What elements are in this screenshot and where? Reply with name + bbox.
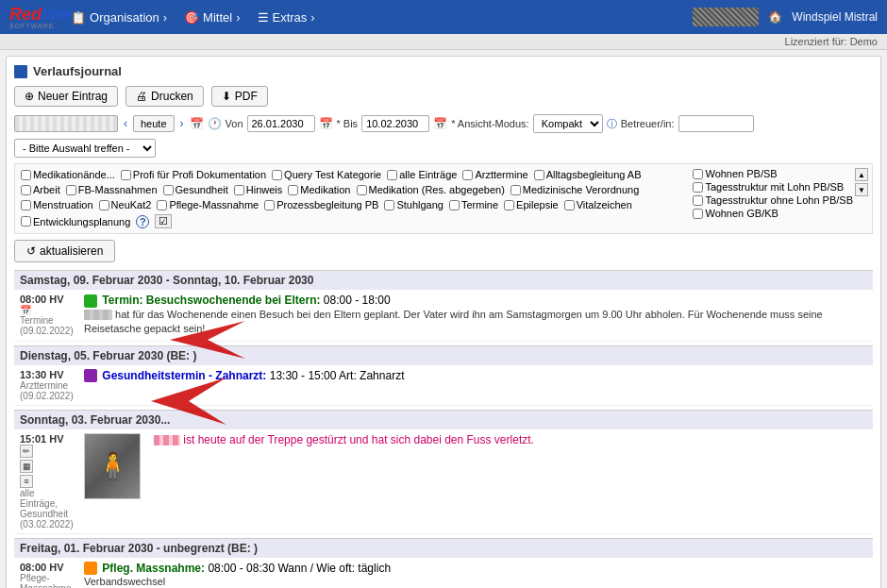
checkbox-all-toggle[interactable]: ☑ [155, 214, 172, 228]
to-date-input[interactable] [361, 115, 429, 132]
cb-epilepsie[interactable]: Epilepsie [504, 199, 559, 210]
day-header-4: Freitag, 01. Februar 2030 - unbegrenzt (… [14, 538, 873, 558]
cb-tages-ohne-lohn[interactable]: Tagesstruktur ohne Lohn PB/SB [693, 194, 853, 206]
entry-1-time: 08:00 HV [20, 294, 76, 305]
today-button[interactable]: heute [133, 115, 175, 132]
mittel-icon: 🎯 [184, 10, 199, 25]
user-avatar [693, 8, 759, 26]
cb-arzt[interactable]: Arzttermine [462, 169, 527, 180]
cb-medikation-input[interactable] [21, 170, 31, 180]
from-date-input[interactable] [247, 115, 315, 132]
cb-tages-mit-lohn-input[interactable] [693, 182, 703, 193]
right-checkboxes: Wohnen PB/SB Tagesstruktur mit Lohn PB/S… [693, 168, 853, 219]
table-icon[interactable]: ▦ [20, 460, 33, 473]
category-dropdown[interactable]: - Bitte Auswahl treffen - [14, 139, 156, 158]
cb-arbeit-input[interactable] [21, 185, 31, 195]
cb-query[interactable]: Query Test Kategorie [272, 169, 381, 180]
cb-medikation2-input[interactable] [288, 185, 298, 195]
from-cal-icon[interactable]: 📅 [319, 117, 333, 130]
help-icon[interactable]: ? [136, 215, 149, 228]
entry-4-cat-icon [84, 562, 97, 575]
cb-alle-input[interactable] [387, 170, 397, 180]
user-label: Windspiel Mistral [792, 10, 878, 24]
cb-entwicklung-input[interactable] [21, 216, 31, 227]
entry-2-time-col: 13:30 HV Arzttermine(09.02.2022) [20, 369, 76, 401]
calendar-icon[interactable]: 📅 [190, 117, 204, 130]
scroll-up-button[interactable]: ▲ [855, 168, 868, 181]
cb-medikation-res[interactable]: Medikation (Res. abgegeben) [357, 184, 505, 195]
cb-profi-input[interactable] [121, 170, 131, 180]
nav-extras-label: Extras [273, 10, 308, 25]
print-button[interactable]: 🖨 Drucken [126, 86, 204, 107]
cb-menstruation[interactable]: Menstruation [21, 199, 93, 210]
entry-4-title: Pfleg. Massnahme: 08:00 - 08:30 Wann / W… [84, 562, 867, 576]
cb-tages-ohne-lohn-input[interactable] [693, 195, 703, 206]
cb-hinweis-input[interactable] [234, 185, 244, 195]
cb-profi[interactable]: Profi für Profi Dokumentation [121, 169, 266, 180]
date-next-arrow[interactable]: › [178, 117, 186, 130]
cb-neukat[interactable]: NeuKat2 [99, 199, 152, 210]
to-cal-icon[interactable]: 📅 [433, 117, 447, 130]
cb-stuhlgang[interactable]: Stuhlgang [384, 199, 444, 210]
cb-medikation-res-input[interactable] [357, 185, 367, 195]
cb-gesundheit[interactable]: Gesundheit [163, 184, 228, 195]
cb-query-input[interactable] [272, 170, 282, 180]
cb-vital-input[interactable] [564, 200, 575, 210]
new-entry-button[interactable]: ⊕ Neuer Eintrag [14, 86, 118, 107]
nav-mittel[interactable]: 🎯 Mittel › [184, 10, 240, 25]
cb-epilepsie-input[interactable] [504, 200, 514, 210]
cb-pflege-input[interactable] [157, 200, 167, 210]
pdf-button[interactable]: ⬇ PDF [211, 86, 268, 107]
cb-medikation[interactable]: Medikationände... [21, 169, 115, 180]
cb-prozess-input[interactable] [264, 200, 275, 210]
view-label: * Ansicht-Modus: [451, 118, 529, 129]
person-select-blurred[interactable] [14, 115, 118, 132]
cb-arzt-input[interactable] [462, 170, 473, 180]
entry-2: 13:30 HV Arzttermine(09.02.2022) Gesundh… [14, 365, 873, 406]
cb-termine[interactable]: Termine [449, 199, 498, 210]
cb-wohnen-gb[interactable]: Wohnen GB/KB [693, 208, 853, 219]
cb-alltag[interactable]: Alltagsbegleitung AB [534, 169, 642, 180]
betreuer-input[interactable] [678, 115, 754, 132]
entry-1-title-link[interactable]: Termin: Besuchswochenende bei Eltern: [102, 294, 320, 307]
date-prev-arrow[interactable]: ‹ [122, 117, 129, 130]
day-header-3: Sonntag, 03. Februar 2030... [14, 410, 873, 429]
cb-alle[interactable]: alle Einträge [387, 169, 457, 180]
cb-medizin[interactable]: Medizinische Verordnung [510, 184, 640, 195]
entry-1-cat-icon [84, 294, 97, 308]
cb-medikation2[interactable]: Medikation [288, 184, 350, 195]
cb-alltag-input[interactable] [534, 170, 544, 180]
cb-fb[interactable]: FB-Massnahmen [66, 184, 158, 195]
cb-vital[interactable]: Vitalzeichen [564, 199, 632, 210]
entry-2-title-link[interactable]: Gesundheitstermin - Zahnarzt: [102, 369, 266, 382]
cb-wohnen-pb[interactable]: Wohnen PB/SB [693, 168, 853, 179]
update-button[interactable]: ↺ aktualisieren [14, 240, 115, 262]
view-mode-select[interactable]: Kompakt [533, 114, 603, 133]
cb-arbeit[interactable]: Arbeit [21, 184, 60, 195]
cb-stuhlgang-input[interactable] [384, 200, 394, 210]
entry-3-tags: alleEinträge,Gesundheit(03.02.2022) [20, 488, 76, 529]
nav-extras[interactable]: ☰ Extras › [258, 10, 315, 25]
cb-gesundheit-input[interactable] [163, 185, 174, 195]
entry-4-title-link[interactable]: Pfleg. Massnahme: [102, 562, 205, 575]
cb-hinweis[interactable]: Hinweis [234, 184, 283, 195]
cb-prozess[interactable]: Prozessbegleitung PB [264, 199, 378, 210]
cb-menstruation-input[interactable] [21, 200, 31, 210]
cb-tages-mit-lohn[interactable]: Tagesstruktur mit Lohn PB/SB [693, 181, 853, 193]
cb-wohnen-gb-input[interactable] [693, 209, 703, 219]
cb-entwicklung[interactable]: Entwicklungsplanung [21, 216, 130, 227]
cb-termine-input[interactable] [449, 200, 460, 210]
cb-medizin-input[interactable] [510, 185, 521, 195]
cb-pflege[interactable]: Pflege-Massnahme [157, 199, 259, 210]
cb-neukat-input[interactable] [99, 200, 109, 210]
edit-icon[interactable]: ✏ [20, 445, 33, 458]
clock-icon[interactable]: 🕐 [208, 117, 222, 130]
cb-fb-input[interactable] [66, 185, 76, 195]
nav-organisation[interactable]: 📋 Organisation › [71, 10, 167, 25]
cb-wohnen-pb-input[interactable] [693, 169, 703, 179]
entry-3-thumbnail[interactable]: 🧍 [84, 433, 141, 499]
scroll-down-button[interactable]: ▼ [855, 183, 868, 196]
list-icon[interactable]: ≡ [20, 475, 33, 488]
entry-4-time: 08:00 HV [20, 562, 76, 573]
refresh-icon: ↺ [26, 244, 36, 258]
